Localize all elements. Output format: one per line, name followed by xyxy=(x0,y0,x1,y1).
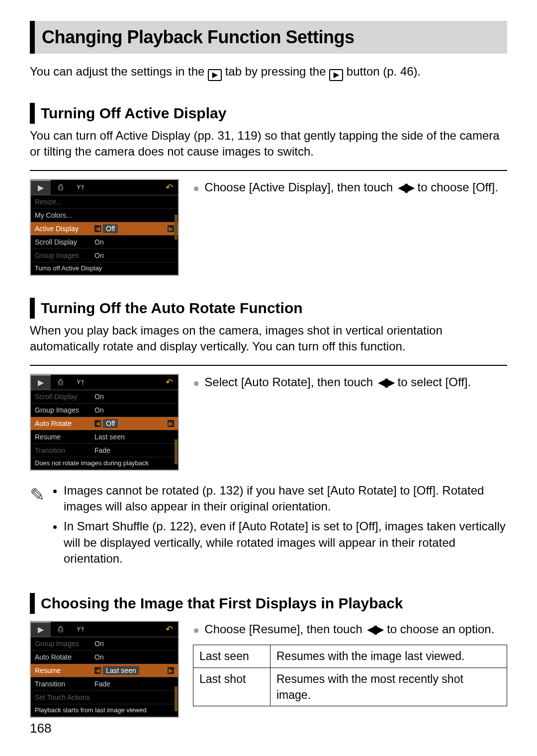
body-auto-rotate: When you play back images on the camera,… xyxy=(30,323,507,355)
left-right-arrows-icon: ◀▶ xyxy=(396,179,414,196)
lcd-tabbar: ▶ ⎙ Y† ↶ xyxy=(31,622,178,637)
play-tab-icon: ▶ xyxy=(31,622,51,637)
lcd-row-label: Group Images xyxy=(35,406,94,414)
instruction-post: to select [Off]. xyxy=(394,375,471,389)
row-auto-rotate: ▶ ⎙ Y† ↶ Scroll DisplayOnGroup ImagesOnA… xyxy=(30,374,507,471)
intro-pre: You can adjust the settings in the xyxy=(30,65,208,78)
tools-tab-icon: Y† xyxy=(71,375,90,389)
lcd-row-value: On xyxy=(94,252,104,259)
lcd-menu-row: Group ImagesOn xyxy=(31,637,178,651)
lcd-auto-rotate: ▶ ⎙ Y† ↶ Scroll DisplayOnGroup ImagesOnA… xyxy=(30,374,179,471)
lcd-row-label: Auto Rotate xyxy=(35,653,94,661)
lcd-menu-row: Resize... xyxy=(31,195,178,209)
lcd-row-value: Last seen xyxy=(94,433,125,441)
scrollbar-icon xyxy=(175,686,178,711)
lcd-help-text: Turns off Active Display xyxy=(31,262,178,273)
heading-active-display: Turning Off Active Display xyxy=(30,103,507,124)
lcd-menu-row: Group ImagesOn xyxy=(31,404,178,417)
lcd-menu-row: Active Display◀Off▶ xyxy=(31,222,178,236)
lcd-row-value: On xyxy=(94,640,104,648)
lcd-row-label: Group Images xyxy=(35,252,94,259)
lcd-row-value: On xyxy=(94,653,104,661)
instruction-post: to choose [Off]. xyxy=(414,180,498,194)
table-row: Last seenResumes with the image last vie… xyxy=(193,645,507,668)
intro-mid: tab by pressing the xyxy=(225,65,329,78)
bullet-icon: ● xyxy=(193,623,199,638)
lcd-row-label: Group Images xyxy=(35,640,94,648)
lcd-active-display: ▶ ⎙ Y† ↶ Resize...My Colors...Active Dis… xyxy=(30,179,179,276)
separator xyxy=(30,170,507,171)
lcd-selected-value: ◀Off xyxy=(94,224,118,233)
lcd-tabbar: ▶ ⎙ Y† ↶ xyxy=(31,375,178,390)
row-active-display: ▶ ⎙ Y† ↶ Resize...My Colors...Active Dis… xyxy=(30,179,507,276)
heading-auto-rotate: Turning Off the Auto Rotate Function xyxy=(30,298,507,319)
return-icon: ↶ xyxy=(166,624,178,635)
option-key: Last seen xyxy=(193,645,270,668)
lcd-menu-row: Auto Rotate◀Off▶ xyxy=(31,417,178,430)
lcd-row-label: Transition xyxy=(35,446,94,454)
left-right-arrows-icon: ◀▶ xyxy=(376,374,394,391)
tools-tab-icon: Y† xyxy=(71,180,90,194)
lcd-row-value: On xyxy=(94,238,104,246)
lcd-help-text: Playback starts from last image viewed xyxy=(31,704,178,715)
right-triangle-icon: ▶ xyxy=(168,225,174,232)
page-title: Changing Playback Function Settings xyxy=(30,21,507,54)
intro-post: button (p. 46). xyxy=(347,65,421,78)
instruction-post: to choose an option. xyxy=(383,622,494,636)
lcd-row-label: My Colors... xyxy=(35,211,94,219)
note-item: In Smart Shuffle (p. 122), even if [Auto… xyxy=(64,518,507,567)
lcd-menu-row: TransitionFade xyxy=(31,444,178,457)
notes-list: Images cannot be rotated (p. 132) if you… xyxy=(55,483,507,571)
lcd-row-label: Active Display xyxy=(35,225,94,233)
lcd-row-label: Resume xyxy=(35,433,94,441)
intro-text: You can adjust the settings in the ▶ tab… xyxy=(30,64,507,81)
lcd-row-label: Resume xyxy=(35,667,94,674)
lcd-menu-row: My Colors... xyxy=(31,209,178,222)
note-item: Images cannot be rotated (p. 132) if you… xyxy=(64,483,507,515)
lcd-row-label: Auto Rotate xyxy=(35,420,94,427)
print-tab-icon: ⎙ xyxy=(51,375,71,389)
print-tab-icon: ⎙ xyxy=(51,180,71,194)
resume-options-table: Last seenResumes with the image last vie… xyxy=(193,645,507,706)
play-button-icon: ▶ xyxy=(329,69,343,81)
play-tab-icon: ▶ xyxy=(208,69,222,81)
play-tab-icon: ▶ xyxy=(31,375,51,390)
lcd-menu-row: Set Touch Actions xyxy=(31,691,178,704)
lcd-row-label: Set Touch Actions xyxy=(35,693,94,701)
lcd-help-text: Does not rotate images during playback xyxy=(31,457,178,468)
note-block: ✎ Images cannot be rotated (p. 132) if y… xyxy=(30,483,507,571)
lcd-menu-row: Group ImagesOn xyxy=(31,249,178,262)
instruction-active-display: ● Choose [Active Display], then touch ◀▶… xyxy=(193,179,507,276)
pencil-icon: ✎ xyxy=(30,483,45,571)
lcd-menu-row: Resume◀Last seen▶ xyxy=(31,664,178,677)
instruction-pre: Select [Auto Rotate], then touch xyxy=(204,375,376,389)
row-resume: ▶ ⎙ Y† ↶ Group ImagesOnAuto RotateOnResu… xyxy=(30,621,507,718)
lcd-row-label: Resize... xyxy=(35,198,94,206)
lcd-resume: ▶ ⎙ Y† ↶ Group ImagesOnAuto RotateOnResu… xyxy=(30,621,179,718)
scrollbar-icon xyxy=(175,215,178,240)
lcd-menu-row: Scroll DisplayOn xyxy=(31,236,178,249)
separator xyxy=(30,365,507,366)
option-desc: Resumes with the image last viewed. xyxy=(270,645,507,668)
lcd-selected-value: ◀Last seen xyxy=(94,666,139,675)
lcd-menu-row: Auto RotateOn xyxy=(31,651,178,664)
manual-page: Changing Playback Function Settings You … xyxy=(0,0,537,756)
print-tab-icon: ⎙ xyxy=(51,622,71,636)
lcd-row-label: Transition xyxy=(35,680,94,688)
return-icon: ↶ xyxy=(166,182,178,193)
body-active-display: You can turn off Active Display (pp. 31,… xyxy=(30,128,507,160)
right-triangle-icon: ▶ xyxy=(168,667,174,674)
instruction-pre: Choose [Active Display], then touch xyxy=(204,180,396,194)
lcd-menu-row: ResumeLast seen xyxy=(31,430,178,444)
lcd-selected-value: ◀Off xyxy=(94,419,118,428)
instruction-auto-rotate: ● Select [Auto Rotate], then touch ◀▶ to… xyxy=(193,374,507,471)
bullet-icon: ● xyxy=(193,376,199,391)
lcd-menu-row: TransitionFade xyxy=(31,677,178,691)
lcd-row-label: Scroll Display xyxy=(35,393,94,401)
lcd-row-value: Fade xyxy=(94,446,110,454)
heading-resume: Choosing the Image that First Displays i… xyxy=(30,593,507,614)
play-tab-icon: ▶ xyxy=(31,180,51,195)
lcd-row-value: Fade xyxy=(94,680,110,688)
right-triangle-icon: ▶ xyxy=(168,420,174,427)
left-right-arrows-icon: ◀▶ xyxy=(365,621,383,638)
